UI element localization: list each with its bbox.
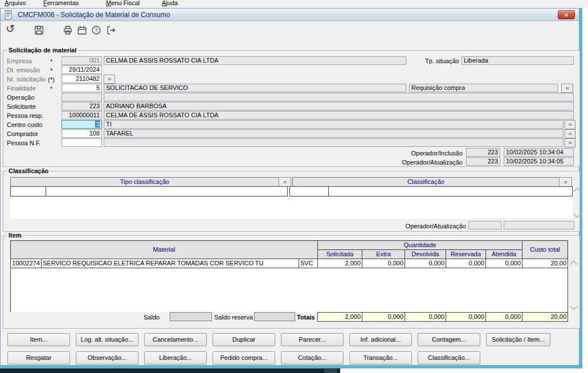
- finalidade-code-field[interactable]: 5: [62, 84, 102, 92]
- parecer-button[interactable]: Parecer...: [281, 333, 344, 346]
- dt-emissao-field[interactable]: 29/11/2024: [62, 65, 102, 74]
- nr-solicitacao-lookup-button[interactable]: »: [104, 75, 115, 84]
- item-row-atendida-cell[interactable]: 0,000: [485, 259, 522, 268]
- nr-solicitacao-label: Nr. solicitação: [7, 76, 46, 83]
- solicitante-code-field[interactable]: 223: [62, 102, 102, 110]
- taskbar-strip: [0, 368, 340, 373]
- total-atendida-cell: 0,000: [485, 312, 522, 322]
- save-icon[interactable]: [34, 25, 44, 35]
- item-col-reservada-header: Reservada: [446, 249, 486, 259]
- classificacao-operador-code-field: [468, 221, 501, 229]
- item-col-devolvida-header: Devolvida: [405, 249, 446, 259]
- menu-item-ajuda[interactable]: Ajuda: [162, 0, 178, 7]
- empresa-desc-field[interactable]: CELMA DE ASSIS ROSSATO CIA LTDA: [104, 56, 406, 65]
- nr-solicitacao-field[interactable]: 2110482: [62, 75, 102, 83]
- total-solicitada-cell: 2,000: [317, 312, 362, 322]
- pessoa-nf-lookup-button[interactable]: »: [565, 138, 575, 147]
- undo-icon[interactable]: ↺: [6, 23, 15, 35]
- total-extra-cell: 0,000: [362, 312, 405, 322]
- centro-custo-lookup-button[interactable]: »: [565, 120, 575, 129]
- close-button[interactable]: ×: [558, 10, 575, 19]
- solicitante-desc-field[interactable]: ADRIANO BARBOSA: [104, 102, 574, 110]
- centro-custo-selected-text: 3: [95, 121, 100, 128]
- item-row-custo-total-cell[interactable]: 20,00: [522, 259, 568, 268]
- centro-custo-desc-field[interactable]: TI: [104, 120, 564, 129]
- finalidade-desc-field[interactable]: SOLICITACAO DE SERVICO: [104, 84, 406, 92]
- pessoa-nf-code-field[interactable]: [62, 138, 102, 147]
- total-devolvida-cell: 0,000: [405, 312, 446, 322]
- item-col-quantidade-header: Quantidade: [317, 240, 522, 250]
- operacao-desc-field[interactable]: [104, 93, 574, 101]
- window-title: CMCFM006 - Solicitação de Material de Co…: [18, 11, 170, 19]
- operador-atualizacao-code-field: 223: [466, 157, 500, 166]
- cancelamento-button[interactable]: Cancelamento...: [144, 333, 207, 346]
- menu-bar: Arquivo Ferramentas Menu Fiscal Ajuda: [0, 0, 588, 8]
- pessoa-resp-code-field[interactable]: 100000011: [62, 111, 102, 120]
- pessoa-resp-desc-field[interactable]: CELMA DE ASSIS ROSSATO CIA LTDA: [104, 111, 574, 120]
- classificacao-classificacao-lookup-button[interactable]: »: [559, 177, 572, 187]
- item-col-solicitada-header: Solicitada: [317, 249, 362, 259]
- taskbar-strip-segment: [324, 369, 337, 373]
- centro-custo-code-field[interactable]: 3: [62, 120, 102, 129]
- empresa-code-field[interactable]: 001: [62, 56, 102, 65]
- tp-situacao-field[interactable]: Liberada: [462, 56, 574, 65]
- print-icon[interactable]: [62, 25, 74, 35]
- dt-emissao-required-mark: *: [50, 67, 52, 75]
- contagem-button[interactable]: Contagem...: [418, 333, 480, 346]
- item-button[interactable]: Item...: [7, 333, 70, 346]
- item-row-extra-cell[interactable]: 0,000: [362, 259, 405, 268]
- finalidade-lookup-button[interactable]: »: [561, 84, 573, 93]
- comprador-code-field[interactable]: 108: [62, 129, 102, 138]
- menu-item-ferramentas[interactable]: Ferramentas: [43, 0, 79, 7]
- item-row-devolvida-cell[interactable]: 0,000: [405, 259, 446, 268]
- item-row-solicitada-cell[interactable]: 2,000: [317, 259, 362, 268]
- classificacao-row-tipo-code-cell[interactable]: [10, 186, 46, 196]
- item-col-atendida-header: Atendida: [485, 249, 522, 259]
- exit-icon[interactable]: [105, 25, 117, 35]
- item-row-reservada-cell[interactable]: 0,000: [446, 259, 486, 268]
- empresa-required-mark: *: [50, 58, 52, 65]
- document-icon: [5, 10, 13, 19]
- classificacao-col-tipo-header: Tipo classificação: [10, 177, 279, 187]
- transacao-button[interactable]: Transação...: [349, 351, 412, 364]
- classificacao-row-class-desc-cell[interactable]: [328, 186, 573, 196]
- classificacao-tipo-lookup-button[interactable]: »: [279, 177, 291, 187]
- cotacao-button[interactable]: Cotação...: [281, 351, 344, 364]
- duplicar-button[interactable]: Duplicar: [213, 333, 275, 346]
- observacao-button[interactable]: Observação...: [76, 351, 138, 364]
- saldo-label: Saldo: [144, 314, 160, 321]
- log-alt-situacao-button[interactable]: Log. alt. situação...: [76, 333, 138, 346]
- classificacao-row-class-code-cell[interactable]: [289, 186, 329, 196]
- item-row-unidade-cell[interactable]: SVC: [299, 259, 318, 268]
- total-custo-total-cell: 20,00: [522, 312, 568, 322]
- operacao-code-field[interactable]: [62, 93, 102, 101]
- solicitacao-item-button[interactable]: Solicitação / Item...: [486, 333, 550, 346]
- app-root: { "menu_bar": {"items": ["Arquivo", "Fer…: [0, 0, 588, 373]
- pedido-compra-button[interactable]: Pedido compra...: [213, 351, 275, 364]
- dt-emissao-label: Dt. emissão: [7, 67, 40, 74]
- item-row-codigo-cell[interactable]: 10002274: [10, 259, 42, 268]
- classificacao-button[interactable]: Classificação...: [418, 351, 480, 364]
- comprador-desc-field[interactable]: TAFAREL: [104, 129, 564, 138]
- resgatar-button[interactable]: Resgatar: [7, 351, 70, 364]
- item-col-custo-total-header: Custo total: [522, 240, 568, 259]
- inf-adicional-button[interactable]: Inf. adicional...: [349, 333, 412, 346]
- item-col-extra-header: Extra: [362, 249, 405, 259]
- comprador-lookup-button[interactable]: »: [565, 129, 575, 138]
- help-icon[interactable]: ?: [91, 25, 101, 35]
- menu-item-menu-fiscal[interactable]: Menu Fiscal: [106, 0, 140, 7]
- saldo-field: [170, 312, 212, 321]
- finalidade-tipo-field[interactable]: Requisição compra: [409, 84, 558, 92]
- group-classificacao-label: Classificação: [7, 167, 50, 174]
- pessoa-nf-desc-field[interactable]: [104, 138, 564, 147]
- item-row-descricao-cell[interactable]: SERVICO REQUISICAO ELETRICA REPARAR TOMA…: [41, 259, 299, 268]
- operador-inclusao-label: Operador/Inclusão: [365, 150, 463, 157]
- calendar-icon[interactable]: [77, 25, 87, 35]
- operador-atualizacao-datetime-field: 10/02/2025 10:34:05: [504, 157, 574, 166]
- pessoa-nf-label: Pessoa N.F.: [7, 140, 40, 147]
- nr-solicitacao-required-mark: (*): [48, 76, 55, 84]
- classificacao-row-tipo-desc-cell[interactable]: [46, 186, 288, 196]
- solicitante-label: Solicitante: [7, 103, 36, 110]
- menu-item-arquivo[interactable]: Arquivo: [5, 0, 26, 7]
- liberacao-button[interactable]: Liberação...: [144, 351, 207, 364]
